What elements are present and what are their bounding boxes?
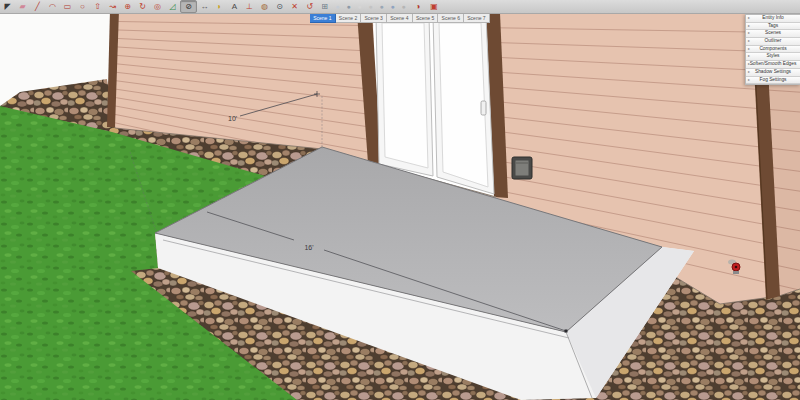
tool-rectangle-icon[interactable]: ▭ (60, 1, 75, 13)
tool-paint-bucket-icon[interactable]: ◍ (257, 1, 272, 13)
tool-pan-icon[interactable]: ⊞ (317, 1, 332, 13)
tool-arc-icon[interactable]: ◠ (45, 1, 60, 13)
tool-style-shaded-icon[interactable]: ● (376, 1, 387, 13)
tray-item-styles[interactable]: ▸Styles (746, 53, 800, 61)
tool-push-pull-icon[interactable]: ⇧ (90, 1, 105, 13)
door-glass-left (382, 23, 428, 168)
tool-protractor-icon[interactable]: ◗ (212, 1, 227, 13)
tool-style-monochrome-icon[interactable]: ● (398, 1, 409, 13)
door-handle[interactable] (481, 101, 486, 115)
disclosure-arrow-icon: ▸ (748, 23, 750, 30)
tool-style-textured-icon[interactable]: ● (387, 1, 398, 13)
disclosure-arrow-icon: ▸ (748, 15, 750, 22)
tool-style-hidden-line-icon[interactable]: ● (365, 1, 376, 13)
viewport-3d[interactable]: 10' 16' (0, 0, 800, 400)
tab-scene-4[interactable]: Scene 4 (387, 13, 413, 23)
disclosure-arrow-icon: ▸ (748, 53, 750, 60)
panel-tray: ▸Entity Info▸Tags▸Scenes▸Outliner▸Compon… (745, 14, 800, 85)
tab-scene-3[interactable]: Scene 3 (361, 13, 387, 23)
tool-style-wireframe-icon[interactable]: ● (354, 1, 365, 13)
tool-eraser-icon[interactable]: ▰ (15, 1, 30, 13)
tool-rotate-icon[interactable]: ↻ (135, 1, 150, 13)
outlet-box[interactable] (512, 157, 532, 179)
tool-circle-icon[interactable]: ○ (75, 1, 90, 13)
tray-item-scenes[interactable]: ▸Scenes (746, 30, 800, 38)
tab-scene-6[interactable]: Scene 6 (438, 13, 464, 23)
tool-move-icon[interactable]: ⊕ (120, 1, 135, 13)
tool-instructor-panel-icon[interactable]: ▣ (427, 1, 441, 13)
tool-axes-icon[interactable]: ⊥ (242, 1, 257, 13)
tool-line-icon[interactable]: ╱ (30, 1, 45, 13)
tray-item-entity-info[interactable]: ▸Entity Info (746, 15, 800, 23)
tool-style-back-edges-icon[interactable]: ● (343, 1, 354, 13)
dimension-label-depth: 10' (228, 115, 237, 122)
tool-select-icon[interactable]: ◤ (0, 1, 15, 13)
tray-item-outliner[interactable]: ▸Outliner (746, 38, 800, 46)
disclosure-arrow-icon: ▸ (748, 46, 750, 53)
tab-scene-2[interactable]: Scene 2 (336, 13, 362, 23)
tab-scene-1[interactable]: Scene 1 (310, 13, 336, 23)
tray-item-fog-settings[interactable]: ▸Fog Settings (746, 77, 800, 85)
disclosure-arrow-icon: ▸ (748, 69, 750, 76)
tray-item-tags[interactable]: ▸Tags (746, 23, 800, 31)
tool-dimension-icon[interactable]: ↔ (197, 1, 212, 13)
tool-follow-me-icon[interactable]: ↝ (105, 1, 120, 13)
disclosure-arrow-icon: ▸ (748, 38, 750, 45)
tool-tape-measure-icon[interactable]: ⊘ (180, 0, 197, 13)
disclosure-arrow-icon: ▸ (748, 30, 750, 37)
tray-item-shadow-settings[interactable]: ▸Shadow Settings (746, 69, 800, 77)
scene-tabs: Scene 1Scene 2Scene 3Scene 4Scene 5Scene… (310, 13, 490, 23)
disclosure-arrow-icon: ▸ (748, 61, 750, 68)
toolbar: ◤▰╱◠▭○⇧↝⊕↻◎◿⊘↔◗A⊥◍⊙✕↺⊞●●●●●●●◑▣ (0, 0, 800, 14)
tray-item-components[interactable]: ▸Components (746, 46, 800, 54)
tool-offset-icon[interactable]: ◎ (150, 1, 165, 13)
sketchup-window: 10' 16' ◤▰╱◠▭○⇧↝⊕↻◎◿⊘↔◗A⊥◍⊙✕↺⊞●●●●●●●◑▣ … (0, 0, 800, 400)
tool-zoom-icon[interactable]: ⊙ (272, 1, 287, 13)
tab-scene-7[interactable]: Scene 7 (464, 13, 490, 23)
dimension-label-width: 16' (304, 244, 313, 251)
tool-text-icon[interactable]: A (227, 1, 242, 13)
tool-scale-icon[interactable]: ◿ (165, 1, 180, 13)
tool-shadows-toggle-icon[interactable]: ◑ (411, 1, 425, 13)
tool-orbit-icon[interactable]: ↺ (302, 1, 317, 13)
measure-endpoint-dot (565, 330, 568, 333)
tab-scene-5[interactable]: Scene 5 (413, 13, 439, 23)
tool-zoom-extents-icon[interactable]: ✕ (287, 1, 302, 13)
disclosure-arrow-icon: ▸ (748, 77, 750, 84)
tray-item-soften-smooth-edges[interactable]: ▸Soften/Smooth Edges (746, 61, 800, 69)
tool-style-xray-icon[interactable]: ● (332, 1, 343, 13)
